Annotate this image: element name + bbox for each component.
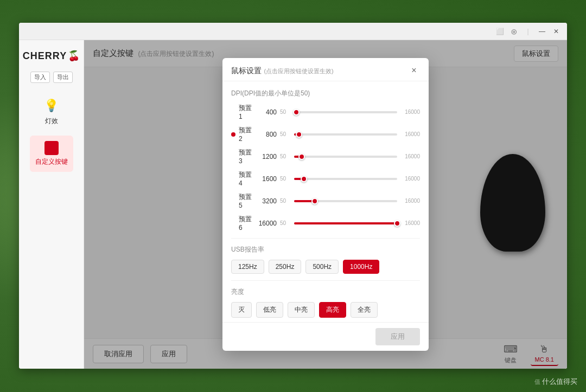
dpi-slider-container[interactable]: 5016000 bbox=[280, 153, 420, 159]
slider-thumb[interactable] bbox=[293, 109, 300, 115]
modal-overlay: 鼠标设置 (点击应用按钮使设置生效) × DPI(DPI值的最小单位是50) 预… bbox=[84, 40, 567, 369]
usb-section-title: USB报告率 bbox=[231, 245, 420, 254]
dpi-value: 1200 bbox=[257, 153, 277, 160]
slider-track[interactable] bbox=[294, 156, 397, 158]
sidebar-label-custom-keys: 自定义按键 bbox=[35, 157, 68, 166]
dpi-slider-container[interactable]: 5016000 bbox=[280, 176, 420, 182]
dpi-row: 预置416005016000 bbox=[231, 170, 420, 187]
app-content: CHERRY 🍒 导入 导出 💡 灯效 自定义按键 自定义按键 bbox=[19, 40, 567, 369]
modal-header: 鼠标设置 (点击应用按钮使设置生效) × bbox=[222, 58, 429, 81]
import-export-group: 导入 导出 bbox=[30, 72, 73, 83]
brightness-option-btn[interactable]: 灭 bbox=[231, 302, 252, 318]
slider-thumb[interactable] bbox=[298, 153, 305, 160]
sidebar: CHERRY 🍒 导入 导出 💡 灯效 自定义按键 bbox=[19, 40, 84, 369]
dpi-max-label: 16000 bbox=[400, 131, 420, 137]
lighting-icon: 💡 bbox=[43, 97, 60, 114]
app-window: ⬜ ◎ | — ✕ CHERRY 🍒 导入 导出 💡 灯效 自定义按键 bbox=[19, 23, 567, 369]
usb-option-btn[interactable]: 500Hz bbox=[305, 260, 339, 274]
slider-track[interactable] bbox=[294, 133, 397, 136]
dpi-value: 800 bbox=[257, 131, 277, 138]
divider-2 bbox=[231, 280, 420, 281]
settings-icon[interactable]: ◎ bbox=[507, 25, 520, 38]
slider-thumb[interactable] bbox=[394, 220, 400, 227]
export-btn[interactable]: 导出 bbox=[53, 72, 73, 83]
modal-title: 鼠标设置 bbox=[231, 66, 262, 75]
dpi-preset-label: 预置2 bbox=[239, 126, 254, 143]
dpi-row: 预置6160005016000 bbox=[231, 215, 420, 232]
slider-track[interactable] bbox=[294, 222, 397, 224]
minimize-btn[interactable]: — bbox=[536, 25, 549, 38]
dpi-row: 预置532005016000 bbox=[231, 192, 420, 209]
dpi-slider-container[interactable]: 5016000 bbox=[280, 220, 420, 226]
dpi-min-label: 50 bbox=[280, 109, 291, 115]
dpi-max-label: 16000 bbox=[400, 198, 420, 204]
slider-thumb[interactable] bbox=[301, 176, 307, 182]
slider-fill bbox=[294, 222, 397, 224]
usb-options-group: 125Hz250Hz500Hz1000Hz bbox=[231, 260, 420, 274]
dpi-active-dot bbox=[231, 132, 235, 137]
modal-body: DPI(DPI值的最小单位是50) 预置14005016000预置2800501… bbox=[222, 81, 429, 322]
dpi-row: 预置28005016000 bbox=[231, 126, 420, 143]
dpi-min-label: 50 bbox=[280, 220, 291, 226]
usb-option-btn[interactable]: 1000Hz bbox=[343, 260, 379, 274]
modal-title-group: 鼠标设置 (点击应用按钮使设置生效) bbox=[231, 66, 334, 76]
modal-title-note: (点击应用按钮使设置生效) bbox=[264, 68, 333, 74]
main-area: 自定义按键 (点击应用按钮使设置生效) 鼠标设置 新建自定义按键并选择按键 新建 bbox=[84, 40, 567, 369]
usb-option-btn[interactable]: 125Hz bbox=[231, 260, 264, 274]
dpi-section-title: DPI(DPI值的最小单位是50) bbox=[231, 89, 420, 98]
dpi-min-label: 50 bbox=[280, 176, 291, 182]
dpi-preset-label: 预置3 bbox=[239, 148, 254, 165]
title-bar: ⬜ ◎ | — ✕ bbox=[19, 23, 567, 40]
dpi-slider-container[interactable]: 5016000 bbox=[280, 131, 420, 137]
separator: | bbox=[521, 25, 534, 38]
brightness-section-title: 亮度 bbox=[231, 287, 420, 297]
modal-apply-button[interactable]: 应用 bbox=[375, 328, 420, 345]
dpi-max-label: 16000 bbox=[400, 220, 420, 226]
brightness-option-btn[interactable]: 中亮 bbox=[288, 302, 315, 318]
dpi-preset-label: 预置5 bbox=[239, 192, 254, 209]
dpi-value: 3200 bbox=[257, 197, 277, 205]
dpi-preset-label: 预置1 bbox=[239, 104, 254, 120]
slider-track[interactable] bbox=[294, 200, 397, 202]
dpi-max-label: 16000 bbox=[400, 176, 420, 182]
dpi-value: 1600 bbox=[257, 175, 277, 183]
dpi-min-label: 50 bbox=[280, 198, 291, 204]
slider-thumb[interactable] bbox=[296, 131, 302, 138]
brightness-option-btn[interactable]: 高亮 bbox=[319, 302, 346, 318]
custom-keys-icon bbox=[44, 141, 59, 155]
dpi-max-label: 16000 bbox=[400, 153, 420, 159]
dpi-row: 预置14005016000 bbox=[231, 104, 420, 120]
brightness-option-btn[interactable]: 全亮 bbox=[351, 302, 378, 318]
modal-footer: 应用 bbox=[222, 322, 429, 351]
dpi-preset-label: 预置4 bbox=[239, 170, 254, 187]
sidebar-item-custom-keys[interactable]: 自定义按键 bbox=[30, 136, 73, 172]
logo-text: CHERRY bbox=[23, 50, 67, 62]
dpi-max-label: 16000 bbox=[400, 109, 420, 115]
dpi-value: 400 bbox=[257, 108, 277, 116]
slider-track[interactable] bbox=[294, 111, 397, 113]
brightness-option-btn[interactable]: 低亮 bbox=[256, 302, 283, 318]
divider-1 bbox=[231, 238, 420, 239]
dpi-row: 预置312005016000 bbox=[231, 148, 420, 165]
dpi-min-label: 50 bbox=[280, 153, 291, 159]
dpi-value: 16000 bbox=[257, 220, 277, 227]
import-btn[interactable]: 导入 bbox=[30, 72, 50, 83]
logo-icon: 🍒 bbox=[68, 50, 80, 62]
slider-thumb[interactable] bbox=[311, 198, 318, 204]
modal-dialog: 鼠标设置 (点击应用按钮使设置生效) × DPI(DPI值的最小单位是50) 预… bbox=[222, 58, 429, 351]
slider-track[interactable] bbox=[294, 178, 397, 180]
dpi-rows: 预置14005016000预置28005016000预置312005016000… bbox=[231, 104, 420, 232]
brightness-options-group: 灭低亮中亮高亮全亮 bbox=[231, 302, 420, 318]
usb-option-btn[interactable]: 250Hz bbox=[269, 260, 302, 274]
dpi-preset-label: 预置6 bbox=[239, 215, 254, 232]
dpi-slider-container[interactable]: 5016000 bbox=[280, 198, 420, 204]
restore-btn[interactable]: ⬜ bbox=[493, 25, 506, 38]
sidebar-label-lighting: 灯效 bbox=[45, 117, 58, 126]
logo-area: CHERRY 🍒 bbox=[23, 46, 80, 66]
dpi-min-label: 50 bbox=[280, 131, 291, 137]
close-btn[interactable]: ✕ bbox=[550, 25, 563, 38]
modal-close-button[interactable]: × bbox=[408, 65, 420, 76]
sidebar-item-lighting[interactable]: 💡 灯效 bbox=[30, 92, 73, 131]
watermark: 值 什么值得买 bbox=[534, 377, 577, 387]
dpi-slider-container[interactable]: 5016000 bbox=[280, 109, 420, 115]
